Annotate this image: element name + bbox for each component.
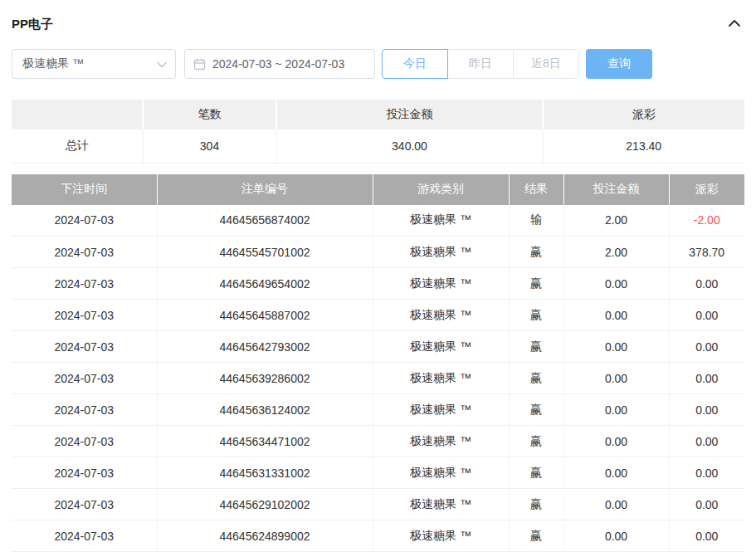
- bet-amount-cell: 0.00: [563, 331, 669, 363]
- table-row: 2024-07-03 44645545701002 极速糖果 ™ 赢 2.00 …: [12, 237, 744, 268]
- game-type-cell: 极速糖果 ™: [373, 489, 509, 520]
- table-row: 2024-07-03 44645631331002 极速糖果 ™ 赢 0.00 …: [12, 457, 744, 489]
- bet-amount-cell: 0.00: [563, 394, 669, 426]
- order-id-cell: 44645629102002: [157, 489, 373, 520]
- panel-header: PP电子: [12, 12, 744, 37]
- chevron-down-icon: [157, 57, 167, 71]
- collapse-panel-button[interactable]: [724, 13, 744, 35]
- result-cell: 赢: [509, 331, 563, 363]
- bet-time-cell: 2024-07-03: [12, 268, 157, 300]
- bet-amount-cell: 2.00: [563, 205, 669, 237]
- order-id-cell: 44645631331002: [157, 457, 373, 489]
- bet-amount-cell: 0.00: [563, 520, 669, 552]
- bet-amount-cell: 2.00: [563, 237, 669, 268]
- table-row: 2024-07-03 44645645887002 极速糖果 ™ 赢 0.00 …: [12, 300, 744, 331]
- game-type-cell: 极速糖果 ™: [373, 363, 509, 394]
- table-row: 2024-07-03 44645629102002 极速糖果 ™ 赢 0.00 …: [12, 489, 744, 520]
- order-id-cell: 44645656874002: [157, 205, 373, 237]
- quick-button-yesterday[interactable]: 昨日: [447, 49, 514, 79]
- game-type-cell: 极速糖果 ™: [373, 331, 509, 363]
- order-id-cell: 44645642793002: [157, 331, 373, 363]
- game-select-value: 极速糖果 ™: [22, 56, 84, 71]
- game-type-cell: 极速糖果 ™: [373, 520, 509, 552]
- table-row: 2024-07-03 44645634471002 极速糖果 ™ 赢 0.00 …: [12, 426, 744, 457]
- payout-cell: 0.00: [669, 300, 744, 331]
- bet-time-cell: 2024-07-03: [12, 300, 157, 331]
- summary-header-row: 笔数 投注金额 派彩: [12, 100, 744, 129]
- result-cell: 赢: [509, 520, 563, 552]
- bet-records-table: 下注时间 注单编号 游戏类别 结果 投注金额 派彩 2024-07-03 446…: [12, 174, 744, 552]
- payout-cell: 0.00: [669, 363, 744, 394]
- payout-cell: 0.00: [669, 268, 744, 300]
- quick-button-last8days[interactable]: 近8日: [513, 49, 579, 79]
- game-type-cell: 极速糖果 ™: [373, 268, 509, 300]
- col-header-bet-amount: 投注金额: [563, 174, 669, 205]
- order-id-cell: 44645634471002: [157, 426, 373, 457]
- payout-cell: 0.00: [669, 489, 744, 520]
- summary-header-bet: 投注金额: [276, 100, 543, 129]
- result-cell: 赢: [509, 363, 563, 394]
- game-type-cell: 极速糖果 ™: [373, 426, 509, 457]
- date-range-picker[interactable]: 2024-07-03 ~ 2024-07-03: [184, 49, 375, 79]
- bet-table-body: 2024-07-03 44645656874002 极速糖果 ™ 输 2.00 …: [12, 205, 744, 552]
- table-row: 2024-07-03 44645636124002 极速糖果 ™ 赢 0.00 …: [12, 394, 744, 426]
- result-cell: 赢: [509, 426, 563, 457]
- order-id-cell: 44645639286002: [157, 363, 373, 394]
- result-cell: 赢: [509, 457, 563, 489]
- bet-time-cell: 2024-07-03: [12, 363, 157, 394]
- game-select[interactable]: 极速糖果 ™: [12, 49, 176, 79]
- game-type-cell: 极速糖果 ™: [373, 205, 509, 237]
- quick-date-button-group: 今日 昨日 近8日: [382, 49, 579, 79]
- table-row: 2024-07-03 44645642793002 极速糖果 ™ 赢 0.00 …: [12, 331, 744, 363]
- result-cell: 赢: [509, 237, 563, 268]
- summary-total-count: 304: [143, 129, 276, 163]
- quick-button-today[interactable]: 今日: [382, 49, 448, 79]
- game-type-cell: 极速糖果 ™: [373, 457, 509, 489]
- game-type-cell: 极速糖果 ™: [373, 300, 509, 331]
- bet-time-cell: 2024-07-03: [12, 426, 157, 457]
- bet-time-cell: 2024-07-03: [12, 394, 157, 426]
- chevron-up-icon: [728, 17, 741, 32]
- payout-cell: 0.00: [669, 426, 744, 457]
- order-id-cell: 44645636124002: [157, 394, 373, 426]
- summary-header-blank: [12, 100, 143, 129]
- order-id-cell: 44645545701002: [157, 237, 373, 268]
- table-row: 2024-07-03 44645639286002 极速糖果 ™ 赢 0.00 …: [12, 363, 744, 394]
- bet-time-cell: 2024-07-03: [12, 520, 157, 552]
- summary-total-payout: 213.40: [543, 129, 744, 163]
- bet-time-cell: 2024-07-03: [12, 237, 157, 268]
- bet-amount-cell: 0.00: [563, 363, 669, 394]
- game-type-cell: 极速糖果 ™: [373, 237, 509, 268]
- search-button[interactable]: 查询: [586, 49, 652, 79]
- col-header-result: 结果: [509, 174, 563, 205]
- page-title: PP电子: [12, 17, 53, 32]
- col-header-payout: 派彩: [669, 174, 744, 205]
- summary-table: 笔数 投注金额 派彩 总计 304 340.00 213.40: [12, 100, 744, 164]
- bet-time-cell: 2024-07-03: [12, 205, 157, 237]
- bet-time-cell: 2024-07-03: [12, 331, 157, 363]
- table-row: 2024-07-03 44645649654002 极速糖果 ™ 赢 0.00 …: [12, 268, 744, 300]
- table-row: 2024-07-03 44645624899002 极速糖果 ™ 赢 0.00 …: [12, 520, 744, 552]
- bet-amount-cell: 0.00: [563, 489, 669, 520]
- col-header-bet-time: 下注时间: [12, 174, 157, 205]
- bet-amount-cell: 0.00: [563, 300, 669, 331]
- payout-cell: 0.00: [669, 394, 744, 426]
- col-header-order-id: 注单编号: [157, 174, 373, 205]
- result-cell: 赢: [509, 268, 563, 300]
- col-header-game-type: 游戏类别: [373, 174, 509, 205]
- payout-cell: 378.70: [669, 237, 744, 268]
- payout-cell: 0.00: [669, 331, 744, 363]
- summary-header-count: 笔数: [143, 100, 276, 129]
- game-type-cell: 极速糖果 ™: [373, 394, 509, 426]
- result-cell: 赢: [509, 300, 563, 331]
- date-range-value: 2024-07-03 ~ 2024-07-03: [212, 57, 344, 71]
- bet-time-cell: 2024-07-03: [12, 457, 157, 489]
- payout-cell: 0.00: [669, 457, 744, 489]
- result-cell: 输: [509, 205, 563, 237]
- summary-total-bet: 340.00: [276, 129, 543, 163]
- payout-cell: 0.00: [669, 520, 744, 552]
- bet-amount-cell: 0.00: [563, 457, 669, 489]
- summary-header-payout: 派彩: [543, 100, 744, 129]
- result-cell: 赢: [509, 489, 563, 520]
- table-row: 2024-07-03 44645656874002 极速糖果 ™ 输 2.00 …: [12, 205, 744, 237]
